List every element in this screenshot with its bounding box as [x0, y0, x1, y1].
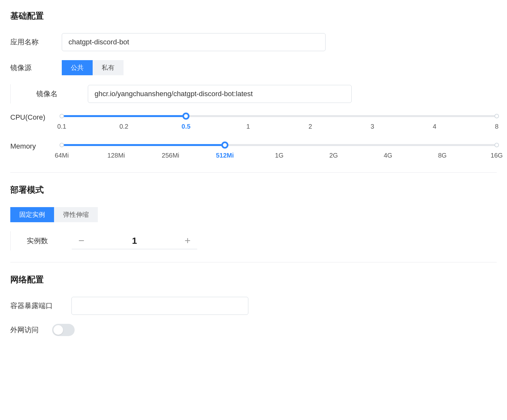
cpu-tick-6: 4	[433, 123, 436, 130]
memory-ticks: 64Mi 128Mi 256Mi 512Mi 1G 2G 4G 8G 16G	[62, 152, 497, 161]
section-deploy-title: 部署模式	[10, 184, 497, 196]
deploy-tabs-row: 固定实例 弹性伸缩	[10, 207, 497, 222]
cpu-slider[interactable]: 0.1 0.2 0.5 1 2 3 4 8	[62, 113, 497, 132]
memory-tick-5: 2G	[329, 152, 338, 159]
cpu-track	[62, 115, 497, 117]
tab-public[interactable]: 公共	[62, 60, 93, 75]
image-source-row: 镜像源 公共 私有	[10, 60, 497, 75]
plus-icon: +	[185, 235, 191, 247]
cpu-tick-4: 2	[309, 123, 312, 130]
memory-tick-3: 512Mi	[216, 152, 234, 159]
memory-slider[interactable]: 64Mi 128Mi 256Mi 512Mi 1G 2G 4G 8G 16G	[62, 142, 497, 161]
cpu-tick-1: 0.2	[119, 123, 128, 130]
memory-track-fill	[62, 144, 225, 146]
divider-2	[10, 262, 497, 262]
image-name-row: 镜像名	[10, 84, 497, 104]
cpu-row: CPU(Core) 0.1 0.2 0.5 1 2 3 4 8	[10, 113, 497, 132]
memory-thumb[interactable]	[221, 142, 228, 149]
cpu-tick-5: 3	[371, 123, 374, 130]
cpu-thumb[interactable]	[182, 113, 189, 120]
external-access-label: 外网访问	[10, 325, 52, 335]
memory-tick-2: 256Mi	[162, 152, 179, 159]
memory-tick-7: 8G	[438, 152, 447, 159]
external-access-row: 外网访问	[10, 324, 497, 336]
cpu-ticks: 0.1 0.2 0.5 1 2 3 4 8	[62, 123, 497, 132]
cpu-track-fill	[62, 115, 186, 117]
deploy-tabs: 固定实例 弹性伸缩	[10, 207, 98, 222]
minus-icon: −	[78, 235, 85, 247]
cpu-tick-2: 0.5	[181, 123, 190, 130]
image-name-input[interactable]	[88, 85, 352, 103]
cpu-tick-7: 8	[495, 123, 498, 130]
instance-count-label: 实例数	[27, 236, 72, 246]
indent-divider-2	[10, 231, 11, 251]
memory-row: Memory 64Mi 128Mi 256Mi 512Mi 1G 2G 4G 8…	[10, 142, 497, 161]
toggle-knob	[53, 325, 63, 335]
external-access-toggle[interactable]	[52, 324, 75, 336]
memory-tick-4: 1G	[275, 152, 284, 159]
cpu-end-dot	[494, 114, 499, 118]
divider-1	[10, 172, 497, 173]
image-source-label: 镜像源	[10, 63, 62, 73]
memory-start-dot	[60, 143, 64, 147]
cpu-start-dot	[60, 114, 64, 118]
app-name-input[interactable]	[62, 33, 326, 51]
section-basic-title: 基础配置	[10, 10, 497, 22]
app-name-row: 应用名称	[10, 33, 497, 51]
memory-tick-6: 4G	[384, 152, 392, 159]
memory-track	[62, 144, 497, 146]
instance-count-stepper: − 1 +	[72, 233, 197, 249]
memory-end-dot	[494, 143, 499, 147]
cpu-tick-0: 0.1	[57, 123, 66, 130]
indent-divider	[10, 84, 11, 104]
tab-elastic-scaling[interactable]: 弹性伸缩	[54, 207, 98, 222]
memory-tick-1: 128Mi	[107, 152, 125, 159]
memory-tick-0: 64Mi	[55, 152, 69, 159]
stepper-decrement[interactable]: −	[72, 233, 91, 249]
cpu-tick-3: 1	[246, 123, 250, 130]
memory-tick-8: 16G	[491, 152, 503, 159]
app-name-label: 应用名称	[10, 37, 62, 47]
stepper-increment[interactable]: +	[178, 233, 197, 249]
port-input[interactable]	[71, 297, 248, 315]
instance-count-row: 实例数 − 1 +	[10, 231, 497, 251]
port-row: 容器暴露端口	[10, 297, 497, 315]
cpu-label: CPU(Core)	[10, 113, 62, 122]
tab-private[interactable]: 私有	[93, 60, 124, 75]
image-source-tabs: 公共 私有	[62, 60, 124, 75]
port-label: 容器暴露端口	[10, 301, 71, 311]
stepper-value: 1	[91, 236, 178, 246]
section-network-title: 网络配置	[10, 274, 497, 285]
memory-label: Memory	[10, 142, 62, 151]
image-name-label: 镜像名	[36, 89, 88, 99]
tab-fixed-instance[interactable]: 固定实例	[10, 207, 54, 222]
